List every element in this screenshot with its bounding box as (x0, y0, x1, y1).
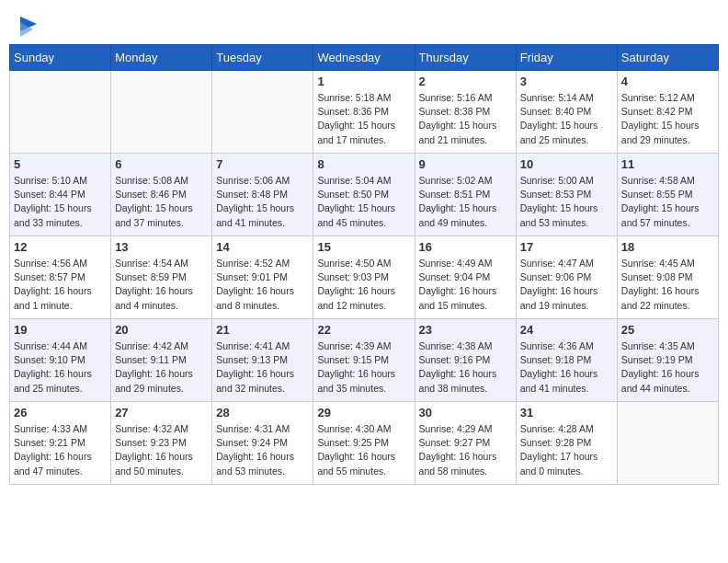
logo (18, 18, 37, 37)
calendar-cell: 21Sunrise: 4:41 AM Sunset: 9:13 PM Dayli… (212, 319, 313, 402)
calendar-cell: 2Sunrise: 5:16 AM Sunset: 8:38 PM Daylig… (415, 71, 516, 154)
day-of-week-header: Tuesday (212, 45, 313, 71)
calendar-header-row: SundayMondayTuesdayWednesdayThursdayFrid… (10, 45, 719, 71)
calendar-cell: 14Sunrise: 4:52 AM Sunset: 9:01 PM Dayli… (212, 236, 313, 319)
calendar-cell: 22Sunrise: 4:39 AM Sunset: 9:15 PM Dayli… (313, 319, 415, 402)
day-number: 12 (14, 240, 107, 254)
calendar-cell: 12Sunrise: 4:56 AM Sunset: 8:57 PM Dayli… (10, 236, 111, 319)
calendar-cell: 5Sunrise: 5:10 AM Sunset: 8:44 PM Daylig… (10, 154, 111, 236)
day-number: 21 (216, 323, 309, 337)
day-info: Sunrise: 4:41 AM Sunset: 9:13 PM Dayligh… (216, 339, 309, 396)
day-info: Sunrise: 5:04 AM Sunset: 8:50 PM Dayligh… (317, 174, 410, 230)
calendar-cell: 27Sunrise: 4:32 AM Sunset: 9:23 PM Dayli… (111, 402, 212, 485)
calendar-cell: 3Sunrise: 5:14 AM Sunset: 8:40 PM Daylig… (516, 71, 617, 154)
calendar-cell: 29Sunrise: 4:30 AM Sunset: 9:25 PM Dayli… (313, 402, 415, 485)
calendar-cell: 17Sunrise: 4:47 AM Sunset: 9:06 PM Dayli… (516, 236, 617, 319)
day-info: Sunrise: 4:39 AM Sunset: 9:15 PM Dayligh… (317, 339, 410, 396)
calendar-cell: 25Sunrise: 4:35 AM Sunset: 9:19 PM Dayli… (617, 319, 718, 402)
day-info: Sunrise: 4:28 AM Sunset: 9:28 PM Dayligh… (520, 422, 613, 478)
day-number: 28 (216, 406, 309, 419)
day-number: 1 (317, 75, 410, 88)
calendar-cell: 1Sunrise: 5:18 AM Sunset: 8:36 PM Daylig… (313, 71, 415, 154)
day-number: 2 (419, 75, 512, 88)
day-of-week-header: Friday (516, 45, 617, 71)
calendar-cell: 30Sunrise: 4:29 AM Sunset: 9:27 PM Dayli… (415, 402, 516, 485)
calendar-cell (617, 402, 718, 485)
calendar-cell: 8Sunrise: 5:04 AM Sunset: 8:50 PM Daylig… (313, 154, 415, 236)
calendar-cell (10, 71, 111, 154)
day-of-week-header: Wednesday (313, 45, 415, 71)
day-info: Sunrise: 4:35 AM Sunset: 9:19 PM Dayligh… (621, 339, 714, 396)
calendar-cell: 23Sunrise: 4:38 AM Sunset: 9:16 PM Dayli… (415, 319, 516, 402)
page-header (9, 9, 719, 44)
day-info: Sunrise: 5:00 AM Sunset: 8:53 PM Dayligh… (520, 174, 613, 230)
day-info: Sunrise: 4:36 AM Sunset: 9:18 PM Dayligh… (520, 339, 613, 396)
day-info: Sunrise: 4:54 AM Sunset: 8:59 PM Dayligh… (115, 257, 208, 313)
calendar-cell: 13Sunrise: 4:54 AM Sunset: 8:59 PM Dayli… (111, 236, 212, 319)
day-number: 4 (621, 75, 714, 88)
calendar-week-row: 12Sunrise: 4:56 AM Sunset: 8:57 PM Dayli… (10, 236, 719, 319)
calendar-cell: 7Sunrise: 5:06 AM Sunset: 8:48 PM Daylig… (212, 154, 313, 236)
calendar-cell: 28Sunrise: 4:31 AM Sunset: 9:24 PM Dayli… (212, 402, 313, 485)
day-number: 25 (621, 323, 714, 337)
day-info: Sunrise: 4:42 AM Sunset: 9:11 PM Dayligh… (115, 339, 208, 396)
day-info: Sunrise: 5:08 AM Sunset: 8:46 PM Dayligh… (115, 174, 208, 230)
day-number: 24 (520, 323, 613, 337)
day-number: 7 (216, 157, 309, 171)
logo-icon (20, 17, 37, 37)
calendar-week-row: 19Sunrise: 4:44 AM Sunset: 9:10 PM Dayli… (10, 319, 719, 402)
calendar-cell: 16Sunrise: 4:49 AM Sunset: 9:04 PM Dayli… (415, 236, 516, 319)
day-number: 30 (419, 406, 512, 419)
calendar-cell: 26Sunrise: 4:33 AM Sunset: 9:21 PM Dayli… (10, 402, 111, 485)
day-info: Sunrise: 4:30 AM Sunset: 9:25 PM Dayligh… (317, 422, 410, 478)
day-number: 13 (115, 240, 208, 254)
calendar-week-row: 1Sunrise: 5:18 AM Sunset: 8:36 PM Daylig… (10, 71, 719, 154)
day-info: Sunrise: 4:44 AM Sunset: 9:10 PM Dayligh… (14, 339, 107, 396)
calendar-cell: 4Sunrise: 5:12 AM Sunset: 8:42 PM Daylig… (617, 71, 718, 154)
day-info: Sunrise: 4:45 AM Sunset: 9:08 PM Dayligh… (621, 257, 714, 313)
day-number: 6 (115, 157, 208, 171)
day-number: 3 (520, 75, 613, 88)
day-number: 20 (115, 323, 208, 337)
day-info: Sunrise: 4:56 AM Sunset: 8:57 PM Dayligh… (14, 257, 107, 313)
calendar-week-row: 5Sunrise: 5:10 AM Sunset: 8:44 PM Daylig… (10, 154, 719, 236)
day-number: 16 (419, 240, 512, 254)
day-number: 9 (419, 157, 512, 171)
day-info: Sunrise: 4:31 AM Sunset: 9:24 PM Dayligh… (216, 422, 309, 478)
calendar-table: SundayMondayTuesdayWednesdayThursdayFrid… (9, 44, 719, 485)
day-number: 8 (317, 157, 410, 171)
day-info: Sunrise: 4:33 AM Sunset: 9:21 PM Dayligh… (14, 422, 107, 478)
calendar-cell: 11Sunrise: 4:58 AM Sunset: 8:55 PM Dayli… (617, 154, 718, 236)
day-info: Sunrise: 5:06 AM Sunset: 8:48 PM Dayligh… (216, 174, 309, 230)
day-info: Sunrise: 4:32 AM Sunset: 9:23 PM Dayligh… (115, 422, 208, 478)
calendar-cell: 31Sunrise: 4:28 AM Sunset: 9:28 PM Dayli… (516, 402, 617, 485)
day-number: 29 (317, 406, 410, 419)
day-info: Sunrise: 5:16 AM Sunset: 8:38 PM Dayligh… (419, 91, 512, 147)
calendar-cell (111, 71, 212, 154)
day-info: Sunrise: 4:29 AM Sunset: 9:27 PM Dayligh… (419, 422, 512, 478)
day-number: 14 (216, 240, 309, 254)
day-of-week-header: Monday (111, 45, 212, 71)
day-number: 19 (14, 323, 107, 337)
day-number: 17 (520, 240, 613, 254)
day-number: 11 (621, 157, 714, 171)
day-info: Sunrise: 4:47 AM Sunset: 9:06 PM Dayligh… (520, 257, 613, 313)
calendar-cell: 20Sunrise: 4:42 AM Sunset: 9:11 PM Dayli… (111, 319, 212, 402)
day-info: Sunrise: 5:02 AM Sunset: 8:51 PM Dayligh… (419, 174, 512, 230)
day-info: Sunrise: 4:52 AM Sunset: 9:01 PM Dayligh… (216, 257, 309, 313)
day-number: 26 (14, 406, 107, 419)
day-number: 22 (317, 323, 410, 337)
calendar-cell (212, 71, 313, 154)
day-number: 5 (14, 157, 107, 171)
calendar-cell: 18Sunrise: 4:45 AM Sunset: 9:08 PM Dayli… (617, 236, 718, 319)
calendar-cell: 19Sunrise: 4:44 AM Sunset: 9:10 PM Dayli… (10, 319, 111, 402)
day-of-week-header: Saturday (617, 45, 718, 71)
day-info: Sunrise: 5:18 AM Sunset: 8:36 PM Dayligh… (317, 91, 410, 147)
calendar-cell: 10Sunrise: 5:00 AM Sunset: 8:53 PM Dayli… (516, 154, 617, 236)
day-info: Sunrise: 5:14 AM Sunset: 8:40 PM Dayligh… (520, 91, 613, 147)
day-of-week-header: Thursday (415, 45, 516, 71)
day-info: Sunrise: 4:50 AM Sunset: 9:03 PM Dayligh… (317, 257, 410, 313)
calendar-cell: 6Sunrise: 5:08 AM Sunset: 8:46 PM Daylig… (111, 154, 212, 236)
day-number: 18 (621, 240, 714, 254)
day-number: 27 (115, 406, 208, 419)
